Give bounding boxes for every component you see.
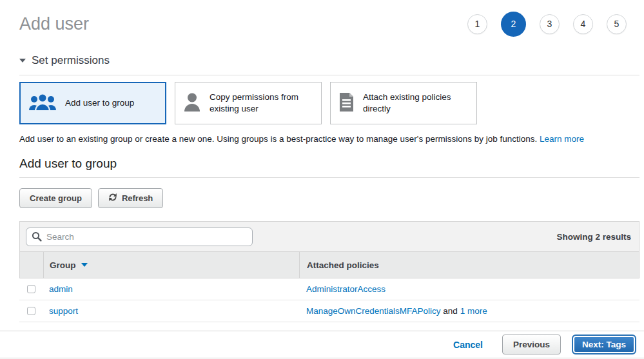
table-actions: Create group Refresh	[19, 188, 639, 208]
collapse-icon	[19, 59, 26, 63]
create-group-button[interactable]: Create group	[19, 188, 92, 208]
step-5: 5	[607, 14, 627, 34]
document-icon	[338, 92, 355, 114]
set-permissions-title: Set permissions	[32, 54, 110, 67]
search-input[interactable]	[26, 228, 253, 246]
policies-cell: AdministratorAccess	[299, 284, 639, 294]
refresh-label: Refresh	[122, 193, 153, 203]
table-row-admin: admin AdministratorAccess	[19, 278, 639, 300]
cancel-link[interactable]: Cancel	[453, 340, 483, 350]
policies-column-label: Attached policies	[307, 260, 379, 270]
heading-divider	[19, 177, 639, 178]
page-title: Add user	[19, 14, 89, 34]
row-checkbox[interactable]	[27, 307, 35, 315]
set-permissions-section-header[interactable]: Set permissions	[19, 54, 639, 67]
page-content: Add user 1 2 3 4 5 Set permissions	[0, 9, 644, 322]
page-header: Add user 1 2 3 4 5	[19, 9, 639, 39]
add-user-to-group-heading: Add user to group	[19, 157, 639, 171]
policies-cell: ManageOwnCredentialsMFAPolicy and 1 more	[299, 306, 639, 316]
group-link[interactable]: admin	[49, 284, 73, 294]
step-2-active: 2	[501, 12, 526, 37]
group-column-header[interactable]: Group	[44, 252, 300, 278]
table-row-support: support ManageOwnCredentialsMFAPolicy an…	[19, 300, 639, 322]
step-4: 4	[573, 14, 593, 34]
previous-label: Previous	[513, 340, 550, 349]
option-label: Attach existing policies directly	[363, 92, 469, 114]
section-divider	[19, 75, 639, 75]
group-cell: admin	[43, 284, 299, 294]
wizard-footer: Cancel Previous Next: Tags	[0, 331, 644, 358]
previous-button[interactable]: Previous	[502, 335, 561, 354]
option-copy-permissions[interactable]: Copy permissions from existing user	[175, 82, 322, 124]
next-tags-button[interactable]: Next: Tags	[572, 335, 636, 354]
row-checkbox-cell	[19, 307, 43, 315]
table-toolbar: Showing 2 results	[20, 222, 639, 252]
refresh-button[interactable]: Refresh	[98, 188, 163, 208]
row-checkbox-cell	[19, 285, 43, 293]
section-description: Add user to an existing group or create …	[19, 134, 639, 144]
group-column-label: Group	[50, 260, 76, 270]
option-label: Copy permissions from existing user	[210, 92, 313, 114]
policy-joiner-text: and	[441, 306, 460, 316]
create-group-label: Create group	[30, 193, 82, 203]
row-checkbox[interactable]	[27, 285, 35, 293]
option-label: Add user to group	[65, 97, 134, 109]
refresh-icon	[108, 193, 117, 204]
results-count: Showing 2 results	[556, 232, 631, 242]
option-add-user-to-group[interactable]: Add user to group	[19, 82, 166, 124]
table-header-row: Group Attached policies	[20, 252, 639, 278]
description-text: Add user to an existing group or create …	[19, 134, 537, 144]
permission-option-cards: Add user to group Copy permissions from …	[19, 82, 639, 124]
option-attach-policies[interactable]: Attach existing policies directly	[330, 82, 477, 124]
policies-column-header: Attached policies	[300, 252, 639, 278]
select-all-header-cell	[20, 252, 44, 278]
group-cell: support	[43, 306, 299, 316]
search-box	[26, 228, 253, 246]
step-1: 1	[467, 14, 487, 34]
step-3: 3	[540, 14, 560, 34]
table-chrome: Showing 2 results Group Attached policie…	[19, 221, 639, 278]
users-group-icon	[28, 92, 57, 114]
policy-link[interactable]: AdministratorAccess	[306, 284, 385, 294]
sort-desc-icon	[81, 263, 88, 267]
wizard-step-indicator: 1 2 3 4 5	[467, 12, 627, 37]
policy-link[interactable]: ManageOwnCredentialsMFAPolicy	[306, 306, 441, 316]
next-tags-label: Next: Tags	[582, 340, 626, 349]
more-policies-link[interactable]: 1 more	[460, 306, 487, 316]
user-icon	[183, 92, 201, 114]
search-icon	[32, 231, 42, 244]
groups-table: Showing 2 results Group Attached policie…	[19, 221, 639, 322]
learn-more-link[interactable]: Learn more	[540, 134, 584, 144]
group-link[interactable]: support	[49, 306, 78, 316]
